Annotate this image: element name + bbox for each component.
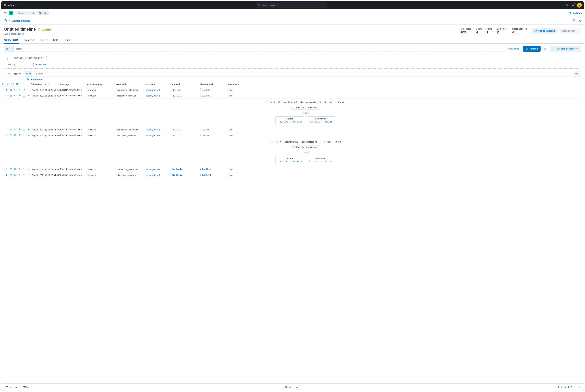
drag-handle-icon[interactable] xyxy=(145,88,145,91)
cell-host[interactable]: security-linux-1 xyxy=(144,127,171,132)
drag-handle-icon[interactable] xyxy=(30,168,31,170)
more-actions-button[interactable] xyxy=(27,168,30,171)
kql-toggle[interactable]: KQL xyxy=(573,71,580,76)
filter-settings-button[interactable] xyxy=(26,78,29,81)
drag-handle-icon[interactable] xyxy=(30,128,31,130)
drag-handle-icon[interactable] xyxy=(87,128,88,130)
drag-handle-icon[interactable] xyxy=(116,134,116,136)
cell-dest-ip[interactable]: 127.0.0.1 xyxy=(200,87,227,93)
logic-or[interactable]: OR xyxy=(7,62,12,66)
sort-button[interactable] xyxy=(16,82,19,86)
analyze-event-button[interactable] xyxy=(10,168,12,171)
filter-pill-hostname[interactable]: host.name: "security-linux-1" ✕ xyxy=(10,56,44,60)
drag-handle-icon[interactable] xyxy=(87,134,88,136)
dest-port-link[interactable]: 9200 xyxy=(324,160,329,163)
tab-notes[interactable]: Notes xyxy=(53,37,60,44)
cell-dest-ip[interactable] xyxy=(200,166,227,172)
dest-ip-link[interactable]: 127.0.0.1 xyxy=(311,160,320,163)
cell-dest-ip[interactable]: 127.0.0.1 xyxy=(200,132,227,138)
source-ip-link[interactable]: 127.0.0.1 xyxy=(280,160,288,163)
chip-process[interactable]: filebeat xyxy=(319,140,332,144)
cell-source-ip[interactable]: 127.0.0.1 xyxy=(171,127,200,132)
drag-handle-icon[interactable] xyxy=(200,94,201,96)
drag-handle-icon[interactable] xyxy=(87,174,88,176)
drag-handle-icon[interactable] xyxy=(145,168,145,170)
more-actions-button[interactable] xyxy=(27,134,30,137)
drag-handle-icon[interactable] xyxy=(228,168,229,170)
chip-host[interactable]: security-linux-1 xyxy=(282,100,298,104)
tab-query[interactable]: Query 12258 xyxy=(4,37,19,44)
drag-handle-icon[interactable] xyxy=(145,174,145,176)
pin-event-button[interactable] xyxy=(18,168,21,171)
date-quick-select[interactable] xyxy=(4,46,14,52)
cell-source-ip[interactable]: 127.0.0.1 xyxy=(171,93,200,98)
space-selector[interactable]: D xyxy=(9,11,13,16)
pager-page-3[interactable]: 3 xyxy=(564,386,566,388)
drag-handle-icon[interactable] xyxy=(145,94,145,96)
col-sourceip[interactable]: source.ip xyxy=(171,82,200,87)
crumb-all-hosts[interactable]: All hosts xyxy=(36,11,49,16)
source-ip-link[interactable]: 127.0.0.1 xyxy=(280,121,288,123)
drag-handle-icon[interactable] xyxy=(87,94,88,96)
crumb-security[interactable]: Security xyxy=(16,11,28,16)
chip-proto[interactable]: tcp xyxy=(302,111,308,115)
pager-page-4[interactable]: 4 xyxy=(568,386,569,388)
add-field-link[interactable]: + Add field xyxy=(36,63,47,66)
page-size-select[interactable]: 25 xyxy=(4,385,13,390)
expand-row-button[interactable] xyxy=(5,168,8,171)
remove-filter-button[interactable]: ✕ xyxy=(41,57,43,59)
chip-proto[interactable]: tcp xyxy=(302,151,308,155)
add-note-button[interactable] xyxy=(14,88,17,91)
cell-host[interactable]: security-linux-1 xyxy=(144,87,171,93)
drag-handle-icon[interactable] xyxy=(228,128,229,130)
pin-event-button[interactable] xyxy=(18,134,21,137)
resize-handle-icon[interactable]: ⋰ xyxy=(578,66,580,68)
pager-page-1[interactable]: 1 xyxy=(558,386,559,388)
tab-pinned[interactable]: Pinned xyxy=(64,37,71,44)
chip-host[interactable]: security-linux-1 xyxy=(283,140,300,144)
analyze-event-button[interactable] xyxy=(10,128,12,131)
expand-row-button[interactable] xyxy=(5,128,8,131)
drag-handle-icon[interactable] xyxy=(172,134,172,136)
view-details-button[interactable] xyxy=(23,88,26,91)
dest-port-link[interactable]: 9200 xyxy=(324,121,329,123)
tab-correlation[interactable]: Correlation xyxy=(24,37,35,44)
columns-button[interactable] xyxy=(1,82,4,86)
pin-event-button[interactable] xyxy=(18,88,21,91)
global-search-input[interactable] xyxy=(262,4,325,6)
view-settings-button[interactable] xyxy=(6,82,9,86)
view-details-button[interactable] xyxy=(23,134,26,137)
pin-event-button[interactable] xyxy=(18,128,21,131)
dest-ip-link[interactable]: 127.0.0.1 xyxy=(311,121,320,123)
cell-source-ip[interactable] xyxy=(171,166,200,172)
drag-handle-icon[interactable] xyxy=(200,134,201,136)
add-data-link[interactable]: Add data xyxy=(568,12,582,14)
crumb-hosts[interactable]: Hosts xyxy=(27,11,37,16)
cell-host[interactable]: security-linux-1 xyxy=(144,93,171,98)
pager-next[interactable] xyxy=(578,386,581,388)
add-note-button[interactable] xyxy=(14,134,17,137)
col-action[interactable]: event.action xyxy=(115,82,144,87)
drag-handle-icon[interactable] xyxy=(12,57,12,59)
add-filter-link[interactable]: + Add filter xyxy=(30,78,42,81)
drag-handle-icon[interactable] xyxy=(116,88,116,91)
help-icon[interactable] xyxy=(566,4,569,7)
elastic-logo[interactable]: elastic xyxy=(3,4,17,7)
new-timeline-button[interactable] xyxy=(4,19,7,22)
pin-event-button[interactable] xyxy=(18,174,21,176)
view-details-button[interactable] xyxy=(23,174,26,176)
newsfeed-icon[interactable] xyxy=(571,4,575,7)
expand-row-button[interactable] xyxy=(5,174,8,176)
data-sources-button[interactable]: All data sources xyxy=(550,46,581,52)
global-search[interactable] xyxy=(256,2,327,8)
col-user[interactable]: user.name xyxy=(227,82,581,87)
col-category[interactable]: event.category xyxy=(86,82,115,87)
cell-host[interactable]: security-linux-1 xyxy=(144,166,171,172)
show-dates-link[interactable]: Show dates xyxy=(505,46,521,52)
analyze-event-button[interactable] xyxy=(10,174,12,176)
edit-description-button[interactable] xyxy=(22,33,24,35)
drag-handle-icon[interactable] xyxy=(116,168,116,170)
drag-handle-icon[interactable] xyxy=(200,128,201,130)
drag-handle-icon[interactable] xyxy=(228,94,229,96)
filter-options-button[interactable] xyxy=(25,71,32,77)
